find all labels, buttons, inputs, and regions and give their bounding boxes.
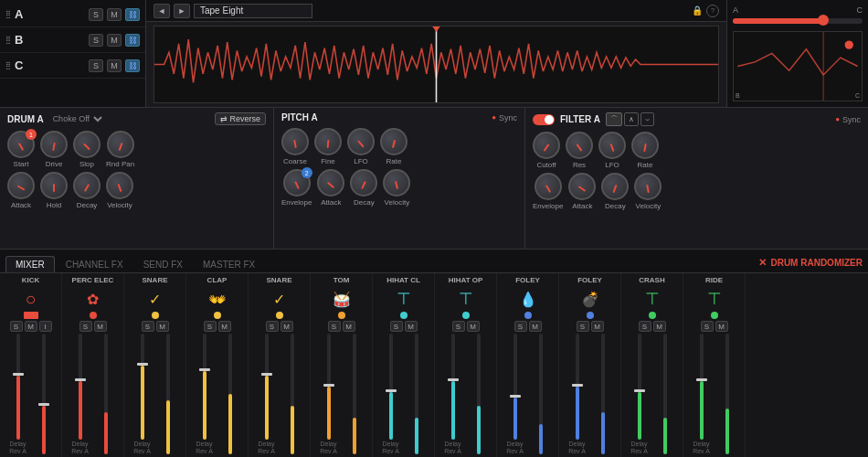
tom-pan-dot[interactable] [338,312,345,319]
envelope-pitch-knob[interactable]: 2 [283,169,311,197]
rate-filter-knob[interactable] [631,132,659,159]
hihat-cl-m-btn[interactable]: M [405,321,418,332]
filter-lp-btn[interactable]: ⌒ [606,112,622,126]
drive-knob[interactable] [40,131,68,158]
tom-m-btn[interactable]: M [343,321,355,332]
clap-s-btn[interactable]: S [204,321,217,332]
randomizer-button[interactable]: ✕ DRUM RANDOMIZER [758,257,863,272]
attack-filter-knob[interactable] [568,173,596,200]
clap-m-btn[interactable]: M [218,321,231,332]
track-chain-btn-c[interactable]: ⛓ [125,59,140,72]
attack-pitch-knob[interactable] [317,169,344,197]
reverse-button[interactable]: ⇄ Reverse [215,112,266,125]
ride-icon: ⊤ [707,286,722,312]
envelope-filter-knob[interactable] [535,173,562,200]
track-chain-btn-b[interactable]: ⛓ [125,34,140,47]
snare2-pan-dot[interactable] [276,312,283,319]
knob-velocity-drum: Velocity [106,172,133,209]
attack-drum-knob[interactable] [7,172,35,199]
decay-filter-knob[interactable] [601,173,629,200]
velocity-drum-knob[interactable] [106,172,133,199]
track-list: ⣿ A S M ⛓ ⣿ B S M ⛓ ⣿ C S M ⛓ [0,0,146,107]
hihat-op-pan-dot[interactable] [462,312,470,319]
track-s-btn-b[interactable]: S [89,34,103,47]
kick-i-btn[interactable]: I [39,321,52,332]
progress-slider[interactable] [733,18,863,24]
kick-s-btn[interactable]: S [10,321,23,332]
graph-label-a: A [733,5,738,15]
perc-pan-dot[interactable] [90,312,97,319]
rate-filter-label: Rate [638,161,653,169]
fine-knob[interactable] [314,128,342,155]
coarse-knob[interactable] [281,128,309,155]
crash-pan-dot[interactable] [649,312,656,319]
foley1-m-btn[interactable]: M [529,321,542,332]
track-m-btn-c[interactable]: M [107,59,122,72]
decay-pitch-knob[interactable] [350,169,377,197]
kick-m-btn[interactable]: M [25,321,37,332]
tab-mixer[interactable]: MIXER [5,256,55,272]
rndpan-knob[interactable] [107,131,134,158]
crash-m-btn[interactable]: M [653,321,666,332]
tab-master-fx[interactable]: MASTER FX [194,257,264,272]
lfo-pitch-knob[interactable] [347,128,375,155]
track-chain-btn-a[interactable]: ⛓ [125,8,140,21]
hihat-op-m-btn[interactable]: M [467,321,480,332]
track-item-a: ⣿ A S M ⛓ [0,2,145,27]
ride-m-btn[interactable]: M [715,321,728,332]
snare1-pan-dot[interactable] [152,312,159,319]
snare1-m-btn[interactable]: M [156,321,169,332]
track-m-btn-a[interactable]: M [107,8,122,21]
clap-pan-dot[interactable] [214,312,221,319]
ride-pan-dot[interactable] [711,312,718,319]
choke-select[interactable]: Choke Off [49,113,105,124]
channel-perc: PERC ELEC ✿ S M Delay Rev [62,273,124,457]
filter-hp-btn[interactable]: ⌣ [640,112,654,126]
res-knob[interactable] [566,132,593,159]
foley1-pan-dot[interactable] [524,312,532,319]
foley2-pan-dot[interactable] [587,312,594,319]
track-s-btn-c[interactable]: S [89,59,103,72]
start-knob[interactable]: 1 [7,131,35,158]
knob-velocity-pitch: Velocity [383,169,410,207]
snare2-m-btn[interactable]: M [281,321,293,332]
velocity-pitch-knob[interactable] [383,169,410,197]
rate-pitch-knob[interactable] [380,128,408,155]
kick-pan-left[interactable] [24,312,38,319]
perc-s-btn[interactable]: S [79,321,92,332]
ride-s-btn[interactable]: S [701,321,714,332]
tab-send-fx[interactable]: SEND FX [134,257,192,272]
filter-bp-btn[interactable]: ∧ [624,112,639,126]
track-m-btn-b[interactable]: M [107,34,122,47]
hold-drum-knob[interactable] [40,172,68,199]
cutoff-knob[interactable] [533,132,560,159]
tab-channel-fx[interactable]: CHANNEL FX [57,257,132,272]
perc-m-btn[interactable]: M [94,321,107,332]
knob-drive: Drive [40,131,68,168]
knob-start: 1 Start [7,131,35,168]
kick-icon: ○ [25,286,36,312]
progress-thumb[interactable] [818,15,829,26]
velocity-pitch-label: Velocity [385,198,410,207]
foley2-s-btn[interactable]: S [577,321,589,332]
foley2-m-btn[interactable]: M [591,321,604,332]
hihat-cl-pan-dot[interactable] [400,312,408,319]
kick-faders: Delay Rev A [3,334,58,454]
slop-knob[interactable] [73,131,101,158]
filter-toggle[interactable] [533,114,555,125]
velocity-filter-knob[interactable] [634,173,662,200]
play-button[interactable]: ► [174,4,190,18]
track-s-btn-a[interactable]: S [89,8,103,21]
preset-name-input[interactable] [194,4,312,18]
snare2-s-btn[interactable]: S [266,321,279,332]
snare1-s-btn[interactable]: S [142,321,154,332]
tom-s-btn[interactable]: S [328,321,341,332]
decay-drum-knob[interactable] [73,172,101,199]
rewind-button[interactable]: ◄ [153,4,170,18]
hihat-op-s-btn[interactable]: S [452,321,465,332]
hihat-cl-s-btn[interactable]: S [390,321,403,332]
crash-s-btn[interactable]: S [639,321,651,332]
decay-pitch-label: Decay [354,198,375,207]
lfo-filter-knob[interactable] [598,132,626,159]
foley1-s-btn[interactable]: S [514,321,527,332]
